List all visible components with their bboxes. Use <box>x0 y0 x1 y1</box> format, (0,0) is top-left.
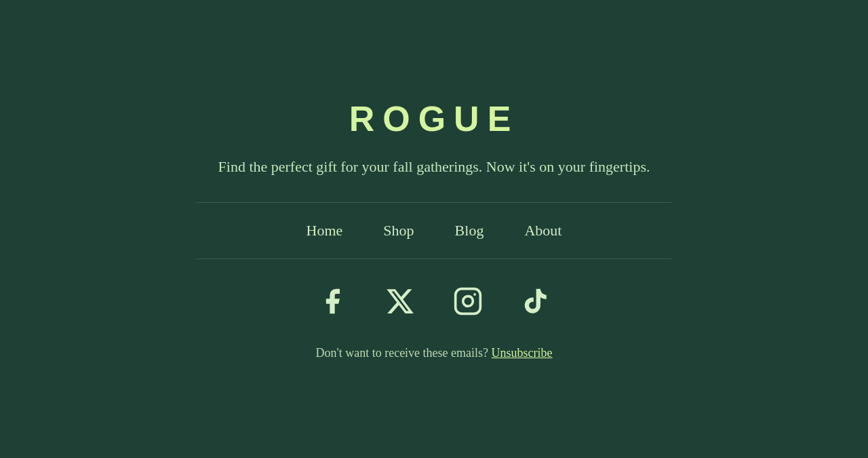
nav-blog[interactable]: Blog <box>455 222 484 240</box>
social-links <box>315 284 553 319</box>
unsubscribe-link[interactable]: Unsubscribe <box>492 346 553 360</box>
instagram-icon <box>453 286 483 316</box>
brand-tagline: Find the perfect gift for your fall gath… <box>218 155 650 178</box>
navigation: Home Shop Blog About <box>197 203 671 259</box>
tiktok-link[interactable] <box>518 284 553 319</box>
nav-home[interactable]: Home <box>307 222 343 240</box>
x-twitter-link[interactable] <box>382 284 418 319</box>
nav-about[interactable]: About <box>524 222 561 240</box>
main-container: ROGUE Find the perfect gift for your fal… <box>197 98 671 360</box>
unsubscribe-section: Don't want to receive these emails? Unsu… <box>315 346 552 360</box>
x-twitter-icon <box>385 286 415 316</box>
unsubscribe-text-static: Don't want to receive these emails? <box>315 346 488 360</box>
facebook-link[interactable] <box>315 284 350 319</box>
facebook-icon <box>317 286 347 316</box>
instagram-link[interactable] <box>450 284 486 319</box>
svg-rect-0 <box>456 288 481 313</box>
brand-logo: ROGUE <box>349 98 519 139</box>
nav-shop[interactable]: Shop <box>383 222 414 240</box>
bottom-divider <box>197 259 671 259</box>
tiktok-icon <box>521 286 551 316</box>
